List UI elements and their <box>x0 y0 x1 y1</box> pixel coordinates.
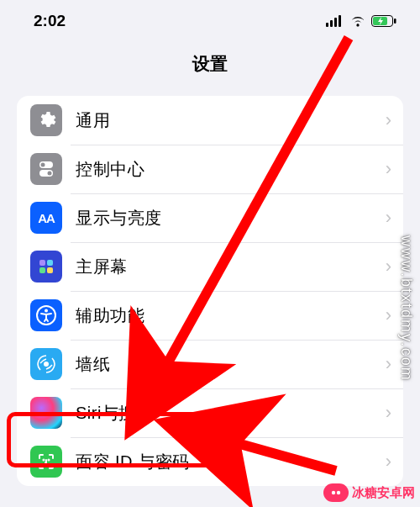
svg-rect-3 <box>339 15 341 27</box>
svg-rect-6 <box>394 18 396 24</box>
svg-point-22 <box>337 491 340 494</box>
svg-rect-11 <box>39 260 45 266</box>
svg-point-19 <box>43 459 44 460</box>
status-time: 2:02 <box>34 12 66 30</box>
settings-list: 通用 › 控制中心 › AA 显示与亮度 › 主屏幕 › 辅助功能 › 墙纸 <box>17 96 403 486</box>
battery-charging-icon <box>371 15 396 27</box>
row-label: 通用 <box>76 109 386 132</box>
row-label: 控制中心 <box>76 158 386 181</box>
svg-point-18 <box>45 362 48 366</box>
watermark-url: www.btxtdmy.com <box>397 235 415 382</box>
cellular-icon <box>326 15 344 27</box>
row-label: 面容 ID 与密码 <box>76 451 386 473</box>
display-icon: AA <box>30 202 62 234</box>
svg-rect-1 <box>330 20 333 27</box>
svg-rect-2 <box>334 18 337 27</box>
row-display[interactable]: AA 显示与亮度 › <box>17 193 403 242</box>
faceid-icon <box>30 446 62 478</box>
svg-rect-13 <box>39 267 45 273</box>
svg-point-10 <box>48 172 52 176</box>
svg-point-9 <box>41 163 45 167</box>
svg-rect-0 <box>326 23 328 27</box>
row-label: 主屏幕 <box>76 256 386 278</box>
control-center-icon <box>30 153 62 185</box>
status-bar: 2:02 <box>0 0 420 37</box>
chevron-right-icon: › <box>386 451 391 473</box>
row-home-screen[interactable]: 主屏幕 › <box>17 242 403 291</box>
row-label: 墙纸 <box>76 353 386 376</box>
row-wallpaper[interactable]: 墙纸 › <box>17 340 403 388</box>
row-faceid[interactable]: 面容 ID 与密码 › <box>17 437 403 486</box>
row-control-center[interactable]: 控制中心 › <box>17 145 403 193</box>
wallpaper-icon <box>30 348 62 380</box>
row-label: Siri与搜索 <box>76 402 386 425</box>
row-label: 辅助功能 <box>76 304 386 327</box>
row-accessibility[interactable]: 辅助功能 › <box>17 291 403 340</box>
row-siri[interactable]: Siri与搜索 › <box>17 388 403 437</box>
row-general[interactable]: 通用 › <box>17 96 403 145</box>
chevron-right-icon: › <box>386 207 391 229</box>
svg-point-20 <box>48 459 49 460</box>
svg-point-16 <box>45 309 48 313</box>
siri-icon <box>30 397 62 429</box>
status-indicators <box>326 15 396 27</box>
page-title: 设置 <box>0 37 420 96</box>
svg-point-21 <box>332 491 335 494</box>
gear-icon <box>30 104 62 136</box>
brand-logo-icon <box>323 483 349 502</box>
chevron-right-icon: › <box>386 256 391 277</box>
accessibility-icon <box>30 299 62 331</box>
row-label: 显示与亮度 <box>76 207 386 230</box>
chevron-right-icon: › <box>386 158 391 180</box>
svg-rect-14 <box>47 267 53 273</box>
svg-rect-12 <box>47 260 53 266</box>
chevron-right-icon: › <box>386 109 391 131</box>
brand-text: 冰糖安卓网 <box>352 485 415 501</box>
home-screen-icon <box>30 251 62 283</box>
brand-badge: 冰糖安卓网 <box>323 483 415 502</box>
wifi-icon <box>349 15 366 27</box>
chevron-right-icon: › <box>386 402 391 424</box>
chevron-right-icon: › <box>386 353 391 375</box>
chevron-right-icon: › <box>386 304 391 326</box>
